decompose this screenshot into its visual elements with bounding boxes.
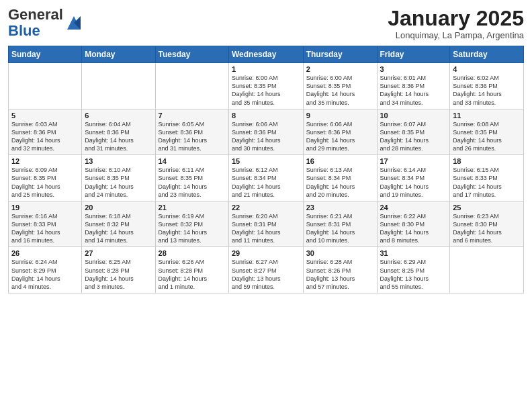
- day-content: Sunrise: 6:15 AMSunset: 8:33 PMDaylight:…: [453, 166, 521, 199]
- day-cell: [82, 63, 155, 109]
- day-cell: 6Sunrise: 6:04 AMSunset: 8:36 PMDaylight…: [82, 109, 155, 155]
- day-content: Sunrise: 6:00 AMSunset: 8:35 PMDaylight:…: [306, 74, 374, 107]
- day-number: 30: [306, 249, 374, 257]
- day-content: Sunrise: 6:27 AMSunset: 8:27 PMDaylight:…: [232, 258, 300, 291]
- day-cell: 14Sunrise: 6:11 AMSunset: 8:35 PMDayligh…: [155, 155, 228, 201]
- day-cell: 16Sunrise: 6:13 AMSunset: 8:34 PMDayligh…: [303, 155, 377, 201]
- day-cell: 12Sunrise: 6:09 AMSunset: 8:35 PMDayligh…: [9, 155, 82, 201]
- day-content: Sunrise: 6:28 AMSunset: 8:26 PMDaylight:…: [306, 258, 374, 291]
- day-content: Sunrise: 6:06 AMSunset: 8:36 PMDaylight:…: [232, 120, 300, 153]
- header-friday: Friday: [377, 46, 450, 63]
- day-number: 21: [159, 203, 226, 212]
- day-content: Sunrise: 6:07 AMSunset: 8:35 PMDaylight:…: [380, 120, 447, 153]
- day-number: 29: [232, 249, 300, 257]
- day-cell: 3Sunrise: 6:01 AMSunset: 8:36 PMDaylight…: [377, 63, 450, 109]
- day-content: Sunrise: 6:29 AMSunset: 8:25 PMDaylight:…: [380, 258, 447, 291]
- day-number: 26: [11, 249, 79, 257]
- month-title: January 2025: [388, 7, 524, 30]
- day-cell: 27Sunrise: 6:25 AMSunset: 8:28 PMDayligh…: [82, 247, 155, 293]
- day-content: Sunrise: 6:13 AMSunset: 8:34 PMDaylight:…: [306, 166, 374, 199]
- day-cell: [450, 247, 524, 293]
- day-cell: 26Sunrise: 6:24 AMSunset: 8:29 PMDayligh…: [9, 247, 82, 293]
- day-number: 11: [453, 111, 521, 120]
- day-content: Sunrise: 6:18 AMSunset: 8:32 PMDaylight:…: [85, 212, 152, 245]
- day-content: Sunrise: 6:08 AMSunset: 8:35 PMDaylight:…: [453, 120, 521, 153]
- day-number: 19: [11, 203, 79, 212]
- week-row-4: 19Sunrise: 6:16 AMSunset: 8:33 PMDayligh…: [9, 201, 524, 247]
- day-number: 4: [453, 65, 521, 73]
- day-content: Sunrise: 6:12 AMSunset: 8:34 PMDaylight:…: [232, 166, 300, 199]
- day-cell: [155, 63, 228, 109]
- header-sunday: Sunday: [9, 46, 82, 63]
- day-content: Sunrise: 6:06 AMSunset: 8:36 PMDaylight:…: [306, 120, 374, 153]
- day-number: 24: [380, 203, 447, 212]
- day-content: Sunrise: 6:10 AMSunset: 8:35 PMDaylight:…: [85, 166, 152, 199]
- page: General Blue January 2025 Lonquimay, La …: [0, 0, 532, 411]
- day-content: Sunrise: 6:24 AMSunset: 8:29 PMDaylight:…: [11, 258, 79, 291]
- day-content: Sunrise: 6:11 AMSunset: 8:35 PMDaylight:…: [159, 166, 226, 199]
- day-cell: [9, 63, 82, 109]
- day-number: 23: [306, 203, 374, 212]
- day-number: 20: [85, 203, 152, 212]
- day-cell: 7Sunrise: 6:05 AMSunset: 8:36 PMDaylight…: [155, 109, 228, 155]
- day-cell: 9Sunrise: 6:06 AMSunset: 8:36 PMDaylight…: [303, 109, 377, 155]
- day-number: 7: [159, 111, 226, 120]
- day-cell: 5Sunrise: 6:03 AMSunset: 8:36 PMDaylight…: [9, 109, 82, 155]
- day-number: 31: [380, 249, 447, 257]
- day-content: Sunrise: 6:04 AMSunset: 8:36 PMDaylight:…: [85, 120, 152, 153]
- day-cell: 10Sunrise: 6:07 AMSunset: 8:35 PMDayligh…: [377, 109, 450, 155]
- day-number: 6: [85, 111, 152, 120]
- day-content: Sunrise: 6:21 AMSunset: 8:31 PMDaylight:…: [306, 212, 374, 245]
- day-content: Sunrise: 6:26 AMSunset: 8:28 PMDaylight:…: [159, 258, 226, 291]
- logo-blue: Blue: [8, 22, 40, 39]
- week-row-5: 26Sunrise: 6:24 AMSunset: 8:29 PMDayligh…: [9, 247, 524, 293]
- day-cell: 19Sunrise: 6:16 AMSunset: 8:33 PMDayligh…: [9, 201, 82, 247]
- logo-icon: [64, 13, 83, 32]
- day-number: 1: [232, 65, 300, 73]
- day-cell: 15Sunrise: 6:12 AMSunset: 8:34 PMDayligh…: [229, 155, 304, 201]
- day-content: Sunrise: 6:19 AMSunset: 8:32 PMDaylight:…: [159, 212, 226, 245]
- header-thursday: Thursday: [303, 46, 377, 63]
- day-content: Sunrise: 6:20 AMSunset: 8:31 PMDaylight:…: [232, 212, 300, 245]
- day-number: 12: [11, 157, 79, 165]
- day-cell: 23Sunrise: 6:21 AMSunset: 8:31 PMDayligh…: [303, 201, 377, 247]
- logo-general: General: [8, 6, 63, 23]
- day-cell: 21Sunrise: 6:19 AMSunset: 8:32 PMDayligh…: [155, 201, 228, 247]
- week-row-3: 12Sunrise: 6:09 AMSunset: 8:35 PMDayligh…: [9, 155, 524, 201]
- day-content: Sunrise: 6:14 AMSunset: 8:34 PMDaylight:…: [380, 166, 447, 199]
- day-cell: 4Sunrise: 6:02 AMSunset: 8:36 PMDaylight…: [450, 63, 524, 109]
- day-cell: 28Sunrise: 6:26 AMSunset: 8:28 PMDayligh…: [155, 247, 228, 293]
- day-content: Sunrise: 6:25 AMSunset: 8:28 PMDaylight:…: [85, 258, 152, 291]
- day-number: 18: [453, 157, 521, 165]
- day-number: 5: [11, 111, 79, 120]
- header-wednesday: Wednesday: [229, 46, 304, 63]
- day-content: Sunrise: 6:23 AMSunset: 8:30 PMDaylight:…: [453, 212, 521, 245]
- header-saturday: Saturday: [450, 46, 524, 63]
- day-content: Sunrise: 6:01 AMSunset: 8:36 PMDaylight:…: [380, 74, 447, 107]
- day-number: 28: [159, 249, 226, 257]
- week-row-2: 5Sunrise: 6:03 AMSunset: 8:36 PMDaylight…: [9, 109, 524, 155]
- logo: General Blue: [8, 7, 83, 39]
- title-area: January 2025 Lonquimay, La Pampa, Argent…: [388, 7, 524, 40]
- day-cell: 25Sunrise: 6:23 AMSunset: 8:30 PMDayligh…: [450, 201, 524, 247]
- day-number: 13: [85, 157, 152, 165]
- day-number: 25: [453, 203, 521, 212]
- day-cell: 8Sunrise: 6:06 AMSunset: 8:36 PMDaylight…: [229, 109, 304, 155]
- day-number: 3: [380, 65, 447, 73]
- day-cell: 13Sunrise: 6:10 AMSunset: 8:35 PMDayligh…: [82, 155, 155, 201]
- day-content: Sunrise: 6:22 AMSunset: 8:30 PMDaylight:…: [380, 212, 447, 245]
- day-number: 16: [306, 157, 374, 165]
- day-content: Sunrise: 6:09 AMSunset: 8:35 PMDaylight:…: [11, 166, 79, 199]
- day-cell: 30Sunrise: 6:28 AMSunset: 8:26 PMDayligh…: [303, 247, 377, 293]
- header-tuesday: Tuesday: [155, 46, 228, 63]
- day-cell: 20Sunrise: 6:18 AMSunset: 8:32 PMDayligh…: [82, 201, 155, 247]
- day-number: 8: [232, 111, 300, 120]
- day-cell: 22Sunrise: 6:20 AMSunset: 8:31 PMDayligh…: [229, 201, 304, 247]
- day-cell: 31Sunrise: 6:29 AMSunset: 8:25 PMDayligh…: [377, 247, 450, 293]
- day-content: Sunrise: 6:00 AMSunset: 8:35 PMDaylight:…: [232, 74, 300, 107]
- day-number: 15: [232, 157, 300, 165]
- weekday-header-row: Sunday Monday Tuesday Wednesday Thursday…: [9, 46, 524, 63]
- day-content: Sunrise: 6:03 AMSunset: 8:36 PMDaylight:…: [11, 120, 79, 153]
- day-cell: 29Sunrise: 6:27 AMSunset: 8:27 PMDayligh…: [229, 247, 304, 293]
- header: General Blue January 2025 Lonquimay, La …: [8, 7, 524, 40]
